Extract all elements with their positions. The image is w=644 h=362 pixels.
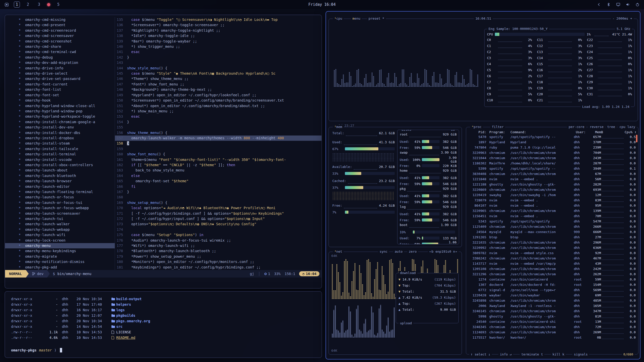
file-item[interactable]: *omarchy-launch-or-focus-webapp [5, 205, 115, 211]
file-item[interactable]: *omarchy-install-steam [5, 141, 115, 146]
process-row[interactable]: 6772signal-d/proc/self/exe --type=rdhh56… [466, 288, 638, 293]
clock[interactable]: Friday 16:04 [308, 2, 336, 7]
process-row[interactable]: 5399spotify/opt/spotify/spotify --dhh394… [466, 167, 638, 172]
process-row[interactable]: 1221848nvimnvim --embed .dhh56M0.0 [466, 177, 638, 183]
process-row[interactable]: 1307dockerd/usr/bin/dockerd -H fd:root15… [466, 283, 638, 288]
process-row[interactable]: 747804rubypuma 7.1.0 (tcp://localdhh239M… [466, 146, 638, 151]
volume-icon[interactable] [626, 3, 630, 7]
file-item[interactable]: *omarchy-cmd-terminal-cwd [5, 49, 115, 55]
file-item[interactable]: *omarchy-launch-floating-terminal [5, 189, 115, 195]
proc-action-0[interactable]: ↑ select ↓ [469, 352, 492, 357]
file-item[interactable]: *omarchy-drive-select [5, 71, 115, 76]
file-item[interactable]: *omarchy-launch-browser [5, 178, 115, 184]
file-item[interactable]: *omarchy-install-dropbox [5, 135, 115, 141]
file-item[interactable]: *omarchy-install-terminal [5, 152, 115, 157]
net-auto-toggle[interactable]: auto [393, 249, 404, 254]
file-item[interactable]: *omarchy-cmd-present [5, 22, 115, 28]
file-item[interactable]: *omarchy-pkg-add [5, 265, 115, 270]
process-row[interactable]: 5470spotify/opt/spotify/spotify --dhh657… [466, 135, 638, 140]
process-row[interactable]: 1291265btopbtopdhh27M0.0 [466, 235, 638, 241]
process-row[interactable]: 1220419swaybg/usr/bin/swaybg -i /homdhh1… [466, 193, 638, 198]
process-row[interactable]: 3246145chromium/usr/lib/chromium/chromdh… [466, 309, 638, 314]
record-indicator[interactable] [47, 3, 50, 6]
file-item[interactable]: *omarchy-install-xbox-controllers [5, 162, 115, 168]
process-row[interactable]: 3221035chromium/usr/lib/chromium/chromdh… [466, 241, 638, 246]
workspace-button-3[interactable]: 3 [36, 2, 42, 8]
process-row[interactable]: 728079nvimnvim --embed .dhh83M0.0 [466, 198, 638, 204]
process-row[interactable]: 1124693chromium/usr/lib/chromium/chromdh… [466, 330, 638, 336]
workspace-button-1[interactable]: 1 [14, 2, 20, 8]
file-item[interactable]: *omarchy-notification-dismiss [5, 259, 115, 264]
btop-window[interactable]: ¹cpu menu preset * 16:04:51 - 2000ms + E… [326, 11, 640, 359]
file-item[interactable]: *omarchy-drive-set-password [5, 76, 115, 81]
file-item[interactable]: *omarchy-cmd-screensaver [5, 33, 115, 38]
chevron-left-icon[interactable] [597, 3, 601, 7]
proc-action-2[interactable]: terminate t [520, 352, 544, 357]
file-item[interactable]: *omarchy-font-set [5, 93, 115, 98]
file-item[interactable]: *omarchy-migrate [5, 254, 115, 259]
workspace-button-5[interactable]: 5 [55, 2, 61, 8]
file-item[interactable]: *omarchy-debug [5, 55, 115, 60]
file-item[interactable]: *omarchy-launch-or-focus-tui [5, 200, 115, 205]
net-interface-selector[interactable]: ←b enp191s0 n→ [428, 249, 459, 254]
file-item[interactable]: *omarchy-install-vscode [5, 157, 115, 162]
process-row[interactable]: 3386242chromium/usr/lib/chromium/chromdh… [466, 256, 638, 262]
file-item[interactable]: *omarchy-install-chromium-google-a [5, 119, 115, 125]
file-item[interactable]: *omarchy-lock-screen [5, 238, 115, 243]
file-item[interactable]: *omarchy-launch-walker [5, 221, 115, 227]
workspace-button-2[interactable]: 2 [25, 2, 31, 8]
process-row[interactable]: 1221188ghostty/usr/bin/ghostty --gtk-dhh… [466, 183, 638, 188]
per-core-toggle[interactable]: per-core [567, 125, 586, 129]
file-item[interactable]: *omarchy-cmd-share [5, 44, 115, 49]
editor-window[interactable]: *omarchy-cmd-missing*omarchy-cmd-present… [5, 15, 322, 289]
process-row[interactable]: 24540containe/usr/bin/containerd-shiroot… [466, 320, 638, 325]
file-item[interactable]: *omarchy-install-tailscale [5, 146, 115, 152]
file-item[interactable]: *omarchy-font-list [5, 87, 115, 92]
process-row[interactable]: 3246345chromium/usr/lib/chromium/chromdh… [466, 325, 638, 330]
file-item[interactable]: *omarchy-hyprland-window-pop [5, 109, 115, 114]
process-row[interactable]: 3830408chromium/usr/lib/chromium/chromdh… [466, 172, 638, 177]
process-row[interactable]: 3221044chromium/usr/lib/chromium/chromdh… [466, 156, 638, 161]
file-item[interactable]: *omarchy-launch-editor [5, 184, 115, 189]
command-line[interactable] [5, 278, 321, 288]
proc-action-4[interactable]: signals [572, 352, 589, 357]
sort-column-selector[interactable]: cpu lazy [618, 125, 637, 129]
process-row[interactable]: 1897HyprlandHyprlanddhh370M0.0 [466, 140, 638, 146]
file-item[interactable]: *omarchy-dev-add-migration [5, 60, 115, 65]
file-item[interactable]: *omarchy-font-current [5, 82, 115, 87]
process-row[interactable]: 1125409chromium/usr/lib/chromium/chromdh… [466, 225, 638, 230]
file-item[interactable]: *omarchy-install-docker-dbs [5, 130, 115, 135]
process-row[interactable]: 1220428waybar/usr/bin/waybardhh69M0.0 [466, 293, 638, 299]
process-row[interactable]: 3220965chromium/usr/lib/chromium/chromdh… [466, 209, 638, 214]
code-editor[interactable]: 135 case $(menu "Toggle" "▢ Screensaver\… [115, 17, 321, 270]
process-row[interactable]: 3809782nvimnvim --embed style.cssdhh92M0… [466, 251, 638, 256]
process-row[interactable]: 1156451nvimnvim --embed .dhh70M0.0 [466, 214, 638, 219]
file-item[interactable]: *omarchy-cmd-screenrecord [5, 28, 115, 33]
file-item[interactable]: *omarchy-menu [5, 243, 115, 248]
process-row[interactable]: 24564mysqldmysqld --max-connection999666… [466, 230, 638, 235]
file-item[interactable]: *omarchy-hook [5, 98, 115, 103]
process-row[interactable]: 1205108chromium/usr/lib/chromium/chromdh… [466, 267, 638, 272]
file-item[interactable]: *omarchy-launch-tui [5, 216, 115, 221]
omarchy-logo-icon[interactable] [5, 3, 9, 7]
net-zero-toggle[interactable]: zero [407, 249, 418, 254]
file-item[interactable]: *omarchy-launch-about [5, 168, 115, 173]
io-toggle[interactable]: io [449, 130, 456, 132]
file-item[interactable]: *omarchy-launch-webapp [5, 227, 115, 232]
tree-toggle[interactable]: tree [606, 125, 617, 129]
process-row[interactable]: 3220869chromium/usr/lib/chromium/chromdh… [466, 188, 638, 193]
process-row[interactable]: 1175517kworker/kworker/root0B0.0 [466, 336, 638, 341]
proc-action-1[interactable]: info ↵ [498, 352, 513, 357]
process-row[interactable]: 5343spotify/opt/spotify/spotifydhh547M0.… [466, 219, 638, 225]
file-item[interactable]: *omarchy-launch-wifi [5, 232, 115, 238]
filter-button[interactable]: filter [490, 125, 505, 129]
net-sync-toggle[interactable]: sync [378, 249, 389, 254]
file-item[interactable]: *omarchy-drive-info [5, 66, 115, 71]
process-row[interactable]: 864107nvimnvim --embed .dhh95M0.0 [466, 204, 638, 209]
file-item[interactable]: *omarchy-install-dev-env [5, 125, 115, 130]
process-row[interactable]: 1186302MainThre/home/dhh/.local/share/dh… [466, 161, 638, 167]
bluetooth-icon[interactable] [607, 3, 611, 7]
process-row[interactable]: 2006XwaylandXwayland :1 -rootless -dhh16… [466, 304, 638, 309]
file-item[interactable]: *omarchy-launch-screensaver [5, 211, 115, 216]
shell-prompt[interactable]: omarchy-pkgs master ) [11, 347, 315, 353]
